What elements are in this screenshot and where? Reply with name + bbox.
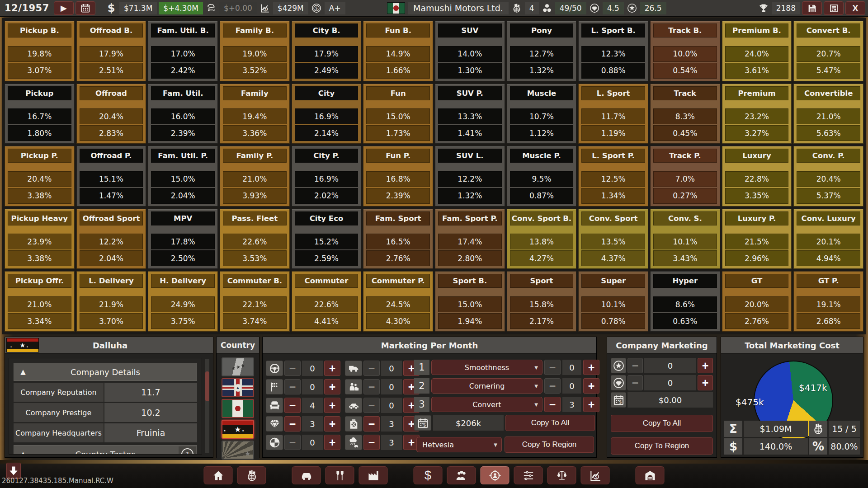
segment-cell[interactable]: Hyper 8.6% 0.63% [650, 271, 720, 332]
segment-cell[interactable]: MPV 17.8% 2.50% [148, 209, 218, 269]
segment-cell[interactable]: Family 19.4% 3.36% [220, 84, 290, 144]
segment-cell[interactable]: SUV 14.0% 1.30% [435, 21, 505, 81]
segment-cell[interactable]: Luxury P. 21.5% 2.96% [722, 209, 792, 269]
segment-cell[interactable]: Convert B. 20.7% 5.47% [793, 21, 863, 81]
segment-cell[interactable]: L. Delivery 21.9% 3.70% [76, 271, 146, 332]
segment-cell[interactable]: SUV P. 13.3% 1.41% [435, 84, 505, 144]
increase-button[interactable]: + [583, 360, 599, 375]
segment-cell[interactable]: Offroad Sport 12.2% 2.04% [76, 209, 146, 269]
segment-cell[interactable]: Offroad P. 15.1% 1.47% [76, 146, 146, 206]
factories-button[interactable] [359, 466, 388, 484]
segment-cell[interactable]: SUV L. 12.2% 1.32% [435, 146, 505, 206]
segment-cell[interactable]: Conv. Sport 13.5% 4.37% [578, 209, 648, 269]
scrollbar-thumb[interactable] [205, 371, 209, 401]
segment-cell[interactable]: Pickup 16.7% 1.80% [5, 84, 75, 144]
segment-cell[interactable]: L. Sport 11.7% 1.19% [578, 84, 648, 144]
segment-cell[interactable]: L. Sport B. 12.3% 0.88% [578, 21, 648, 81]
segment-cell[interactable]: Pickup Heavy 23.9% 3.38% [5, 209, 75, 269]
segment-cell[interactable]: City 16.9% 2.14% [292, 84, 362, 144]
decrease-button[interactable]: − [627, 358, 643, 373]
increase-button[interactable]: + [698, 375, 713, 390]
segment-cell[interactable]: Pickup Offr. 21.0% 3.34% [5, 271, 75, 332]
copy-to-region-button[interactable]: Copy To Region [505, 436, 594, 453]
segment-cell[interactable]: Fam. Sport P. 17.4% 2.80% [435, 209, 505, 269]
segment-cell[interactable]: Pickup B. 19.8% 3.07% [5, 21, 75, 81]
segment-cell[interactable]: GT P. 19.1% 2.68% [793, 271, 863, 332]
increase-button[interactable]: + [698, 358, 713, 373]
segment-cell[interactable]: Sport B. 15.0% 1.94% [435, 271, 505, 332]
home-button[interactable] [204, 466, 233, 484]
country-tastes-accordion[interactable]: ▲ Country Tastes ? [14, 445, 197, 455]
close-button[interactable]: X [845, 1, 865, 15]
legal-button[interactable] [547, 466, 576, 484]
segment-cell[interactable]: Pony 12.7% 1.32% [507, 21, 577, 81]
segment-cell[interactable]: Fun P. 16.8% 2.39% [363, 146, 433, 206]
segment-cell[interactable]: Conv. S. 10.1% 3.43% [650, 209, 720, 269]
segment-cell[interactable]: Convertible 21.0% 5.63% [793, 84, 863, 144]
settings-button[interactable] [514, 466, 543, 484]
segment-cell[interactable]: Track B. 10.0% 0.54% [650, 21, 720, 81]
segment-cell[interactable]: Fam. Sport 16.5% 2.76% [363, 209, 433, 269]
decrease-button[interactable]: − [627, 375, 643, 390]
segment-cell[interactable]: Premium B. 24.0% 3.61% [722, 21, 792, 81]
staff-button[interactable] [447, 466, 476, 484]
segment-cell[interactable]: Luxury 22.8% 3.35% [722, 146, 792, 206]
priority-dropdown[interactable]: Smoothness ▼ [431, 360, 542, 375]
segment-cell[interactable]: Fam. Util. P. 15.0% 2.04% [148, 146, 218, 206]
segment-cell[interactable]: Sport 15.8% 2.17% [507, 271, 577, 332]
reports-log-button[interactable] [824, 1, 844, 15]
segment-cell[interactable]: Commuter B. 22.1% 3.74% [220, 271, 290, 332]
components-button[interactable] [326, 466, 354, 484]
segment-cell[interactable]: Fam. Util. 16.0% 2.39% [148, 84, 218, 144]
segment-cell[interactable]: Conv. Sport B. 13.8% 4.27% [507, 209, 577, 269]
vehicles-button[interactable] [292, 466, 321, 484]
segment-cell[interactable]: Family P. 21.0% 3.93% [220, 146, 290, 206]
segment-cell[interactable]: Commuter 22.6% 4.41% [292, 271, 362, 332]
segment-cell[interactable]: Track P. 7.0% 0.27% [650, 146, 720, 206]
copy-to-all-button[interactable]: Copy To All [505, 415, 595, 431]
world-map-button[interactable] [237, 466, 266, 484]
help-button[interactable]: ? [179, 446, 196, 455]
segment-cell[interactable]: Super 10.1% 0.78% [578, 271, 648, 332]
play-button[interactable]: ▶ [54, 1, 74, 15]
country-flag-button[interactable] [222, 357, 254, 376]
segment-cell[interactable]: Pass. Fleet 22.6% 3.53% [220, 209, 290, 269]
segment-cell[interactable]: City P. 16.9% 2.02% [292, 146, 362, 206]
reports-button[interactable]: $ [581, 466, 610, 484]
region-dropdown[interactable]: Hetvesia ▼ [416, 437, 502, 452]
segment-cell[interactable]: Commuter P. 24.5% 4.30% [363, 271, 433, 332]
segment-cell[interactable]: Offroad 20.4% 2.83% [76, 84, 146, 144]
segment-cell[interactable]: City Eco 15.2% 2.59% [292, 209, 362, 269]
segment-cell[interactable]: Muscle P. 9.5% 0.87% [507, 146, 577, 206]
segment-cell[interactable]: GT 20.0% 2.76% [722, 271, 792, 332]
copy-to-region-button[interactable]: Copy To Region [611, 437, 713, 455]
segment-cell[interactable]: Family B. 19.0% 3.52% [220, 21, 290, 81]
segment-cell[interactable]: Fam. Util. B. 17.0% 2.42% [148, 21, 218, 81]
segment-cell[interactable]: Conv. P. 20.4% 5.37% [793, 146, 863, 206]
segment-cell[interactable]: Fun 15.0% 1.73% [363, 84, 433, 144]
segment-cell[interactable]: City B. 17.9% 2.49% [292, 21, 362, 81]
country-flag-button[interactable] [222, 420, 254, 439]
segment-cell[interactable]: L. Sport P. 12.5% 1.34% [578, 146, 648, 206]
segment-cell[interactable]: Conv. Luxury 20.1% 4.94% [793, 209, 863, 269]
company-details-accordion[interactable]: ▲ Company Details [14, 363, 197, 381]
segment-cell[interactable]: Fun B. 14.9% 1.66% [363, 21, 433, 81]
increase-button[interactable]: + [583, 397, 599, 412]
segment-cell[interactable]: Muscle 10.7% 1.12% [507, 84, 577, 144]
segment-cell[interactable]: Track 8.3% 0.45% [650, 84, 720, 144]
segment-cell[interactable]: Pickup P. 20.4% 3.38% [5, 146, 75, 206]
dealership-button[interactable] [636, 466, 665, 484]
marketing-button[interactable] [481, 466, 509, 484]
priority-dropdown[interactable]: Cornering ▼ [431, 378, 542, 394]
decrease-button[interactable]: − [544, 360, 561, 375]
calendar-button[interactable] [75, 1, 95, 15]
segment-cell[interactable]: Offroad B. 17.9% 2.51% [76, 21, 146, 81]
decrease-button[interactable]: − [544, 378, 561, 394]
country-flag-button[interactable] [222, 378, 254, 397]
copy-to-all-button[interactable]: Copy To All [611, 415, 713, 432]
priority-dropdown[interactable]: Convert ▼ [431, 397, 542, 412]
finances-button[interactable]: $ [414, 466, 443, 484]
segment-cell[interactable]: H. Delivery 24.9% 3.75% [148, 271, 218, 332]
country-flag-button[interactable] [222, 441, 254, 460]
country-flag-button[interactable] [222, 399, 254, 418]
